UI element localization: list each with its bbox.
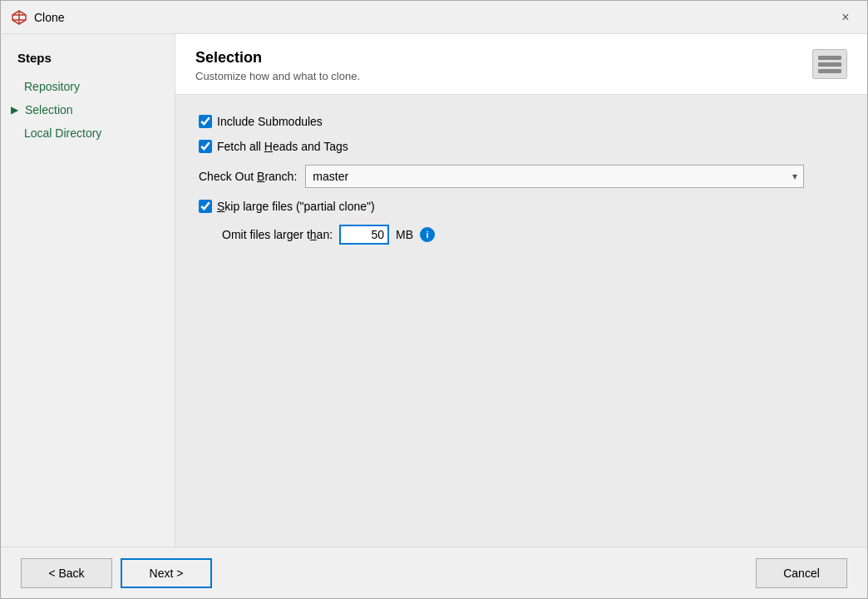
steps-label: Steps — [1, 51, 175, 75]
local-directory-label: Local Directory — [24, 126, 101, 140]
form-area: Include Submodules Fetch all Heads and T… — [175, 95, 867, 547]
checkout-branch-row: Check Out Branch: master ▾ — [199, 165, 844, 188]
include-submodules-text: Include Submodules — [217, 115, 323, 128]
sidebar-item-local-directory[interactable]: Local Directory — [1, 121, 175, 145]
include-submodules-label[interactable]: Include Submodules — [199, 115, 323, 128]
section-title: Selection — [195, 49, 360, 67]
skip-large-files-row: Skip large files ("partial clone") — [199, 200, 844, 213]
sidebar-item-repository[interactable]: Repository — [1, 75, 175, 98]
include-submodules-row: Include Submodules — [199, 115, 844, 128]
dialog-content: Steps Repository ▶ Selection Local Direc… — [1, 34, 867, 547]
skip-large-files-label[interactable]: Skip large files ("partial clone") — [199, 200, 375, 213]
branch-underline: B — [257, 170, 264, 183]
fetch-heads-checkbox[interactable] — [199, 140, 212, 153]
section-subtitle: Customize how and what to clone. — [195, 70, 360, 82]
cancel-button[interactable]: Cancel — [756, 558, 847, 588]
main-header: Selection Customize how and what to clon… — [175, 34, 867, 95]
fetch-heads-label[interactable]: Fetch all Heads and Tags — [199, 140, 348, 153]
main-panel: Selection Customize how and what to clon… — [175, 34, 867, 547]
header-icon — [812, 49, 847, 79]
repository-label: Repository — [24, 80, 80, 93]
icon-line-2 — [818, 62, 841, 67]
fetch-heads-row: Fetch all Heads and Tags — [199, 140, 844, 153]
active-arrow: ▶ — [11, 104, 18, 116]
mb-label: MB — [396, 228, 413, 241]
icon-line-3 — [818, 69, 841, 73]
include-submodules-checkbox[interactable] — [199, 115, 212, 128]
sidebar: Steps Repository ▶ Selection Local Direc… — [1, 34, 175, 547]
checkout-branch-label: Check Out Branch: — [199, 170, 297, 183]
branch-select[interactable]: master — [305, 165, 804, 188]
skip-large-files-checkbox[interactable] — [199, 200, 212, 213]
icon-line-1 — [818, 56, 841, 60]
next-button[interactable]: Next > — [121, 558, 212, 588]
clone-icon — [11, 9, 27, 26]
skip-large-files-text: Skip large files ("partial clone") — [217, 200, 375, 213]
branch-select-wrapper: master ▾ — [305, 165, 804, 188]
clone-dialog: Clone × Steps Repository ▶ Selection Loc… — [0, 0, 868, 599]
info-icon[interactable]: i — [420, 227, 435, 242]
fetch-heads-text: Fetch all Heads and Tags — [217, 140, 348, 153]
omit-underline: h — [310, 228, 317, 241]
omit-row: Omit files larger than: MB i — [222, 225, 844, 245]
close-button[interactable]: × — [834, 6, 857, 29]
dialog-title: Clone — [34, 11, 834, 24]
omit-label: Omit files larger than: — [222, 228, 333, 241]
title-bar: Clone × — [1, 1, 867, 34]
footer: < Back Next > Cancel — [1, 547, 867, 598]
back-button[interactable]: < Back — [21, 558, 112, 588]
omit-input[interactable] — [339, 225, 389, 245]
header-left: Selection Customize how and what to clon… — [195, 49, 360, 82]
selection-label: Selection — [25, 103, 73, 116]
skip-underline: S — [217, 200, 224, 213]
fetch-underline: H — [264, 140, 273, 153]
sidebar-item-selection[interactable]: ▶ Selection — [1, 98, 175, 121]
